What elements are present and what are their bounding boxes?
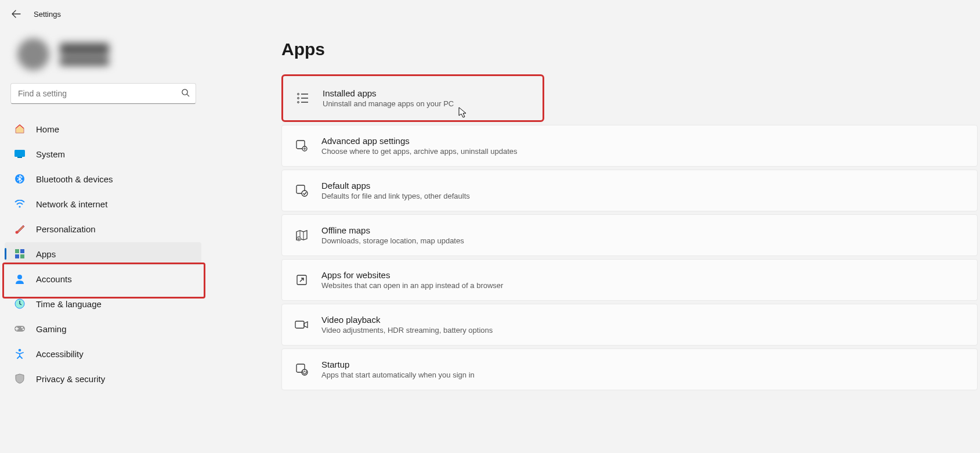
- page-title: Apps: [281, 39, 980, 59]
- arrow-left-icon: [12, 9, 21, 19]
- sidebar-item-privacy[interactable]: Privacy & security: [5, 367, 201, 390]
- card-default-apps[interactable]: Default apps Defaults for file and link …: [281, 170, 978, 211]
- sidebar: xxxxx xxxxxx Home System Bluetooth & dev…: [0, 28, 206, 453]
- card-title: Advanced app settings: [321, 136, 518, 146]
- clock-globe-icon: [14, 298, 26, 310]
- card-title: Installed apps: [323, 88, 454, 98]
- svg-point-4: [19, 206, 20, 207]
- sidebar-item-label: Network & internet: [36, 199, 107, 209]
- wifi-icon: [14, 198, 26, 210]
- svg-point-18: [298, 102, 299, 103]
- nav-list: Home System Bluetooth & devices Network …: [0, 117, 206, 390]
- svg-point-16: [298, 94, 299, 95]
- startup-icon: [295, 362, 309, 376]
- sidebar-item-label: Bluetooth & devices: [36, 174, 113, 184]
- sidebar-item-gaming[interactable]: Gaming: [5, 317, 201, 340]
- settings-gear-icon: [295, 139, 309, 153]
- back-button[interactable]: [10, 8, 22, 20]
- sidebar-item-accounts[interactable]: Accounts: [5, 267, 201, 290]
- card-video-playback[interactable]: Video playback Video adjustments, HDR st…: [281, 304, 978, 346]
- card-offline-maps[interactable]: Offline maps Downloads, storage location…: [281, 214, 978, 256]
- profile-name: xxxxx: [60, 43, 109, 55]
- accessibility-icon: [14, 348, 26, 359]
- card-title: Apps for websites: [321, 270, 503, 280]
- map-icon: [295, 228, 309, 242]
- content-area: Apps Installed apps Uninstall and manage…: [206, 28, 980, 453]
- default-apps-icon: [295, 184, 309, 197]
- open-external-icon: [295, 273, 309, 287]
- card-subtitle: Uninstall and manage apps on your PC: [323, 99, 454, 108]
- card-title: Video playback: [321, 315, 493, 325]
- svg-rect-8: [15, 254, 19, 258]
- search-input[interactable]: [10, 83, 196, 104]
- card-subtitle: Defaults for file and link types, other …: [321, 192, 470, 200]
- sidebar-item-label: Time & language: [36, 299, 102, 309]
- sidebar-item-home[interactable]: Home: [5, 117, 201, 141]
- avatar: [17, 38, 49, 70]
- card-advanced-app-settings[interactable]: Advanced app settings Choose where to ge…: [281, 125, 978, 167]
- list-icon: [296, 91, 310, 105]
- card-subtitle: Websites that can open in an app instead…: [321, 281, 503, 290]
- sidebar-item-label: Gaming: [36, 324, 67, 334]
- card-subtitle: Video adjustments, HDR streaming, batter…: [321, 326, 493, 335]
- svg-rect-6: [15, 249, 19, 253]
- sidebar-item-label: Accessibility: [36, 349, 84, 359]
- video-icon: [295, 318, 309, 332]
- svg-rect-2: [17, 157, 22, 158]
- card-subtitle: Apps that start automatically when you s…: [321, 371, 475, 379]
- sidebar-item-network[interactable]: Network & internet: [5, 192, 201, 215]
- sidebar-item-label: Privacy & security: [36, 374, 105, 384]
- sidebar-item-apps[interactable]: Apps: [5, 242, 201, 265]
- sidebar-item-label: System: [36, 149, 65, 159]
- paintbrush-icon: [14, 223, 26, 235]
- app-title: Settings: [34, 10, 61, 19]
- user-profile[interactable]: xxxxx xxxxxx: [0, 38, 206, 83]
- svg-rect-9: [20, 254, 24, 258]
- svg-rect-7: [20, 249, 24, 253]
- card-title: Offline maps: [321, 225, 464, 235]
- card-installed-apps[interactable]: Installed apps Uninstall and manage apps…: [281, 74, 544, 122]
- svg-point-17: [298, 98, 299, 99]
- sidebar-item-time[interactable]: Time & language: [5, 292, 201, 315]
- sidebar-item-label: Accounts: [36, 274, 72, 284]
- gamepad-icon: [14, 323, 26, 335]
- shield-icon: [14, 373, 26, 384]
- sidebar-item-system[interactable]: System: [5, 142, 201, 166]
- svg-rect-1: [15, 150, 25, 157]
- card-subtitle: Downloads, storage location, map updates: [321, 236, 464, 245]
- titlebar: Settings: [0, 0, 980, 28]
- card-apps-for-websites[interactable]: Apps for websites Websites that can open…: [281, 259, 978, 301]
- svg-point-10: [17, 275, 22, 279]
- sidebar-item-personalization[interactable]: Personalization: [5, 217, 201, 240]
- bluetooth-icon: [14, 173, 26, 185]
- svg-rect-26: [295, 321, 304, 328]
- card-title: Default apps: [321, 181, 470, 190]
- svg-point-20: [302, 146, 307, 151]
- system-icon: [14, 148, 26, 160]
- sidebar-item-label: Personalization: [36, 224, 96, 234]
- svg-point-13: [21, 327, 23, 329]
- svg-point-23: [302, 190, 308, 196]
- card-title: Startup: [321, 359, 475, 369]
- sidebar-item-accessibility[interactable]: Accessibility: [5, 342, 201, 365]
- card-subtitle: Choose where to get apps, archive apps, …: [321, 147, 518, 156]
- card-startup[interactable]: Startup Apps that start automatically wh…: [281, 348, 978, 390]
- profile-sub: xxxxxx: [60, 57, 109, 66]
- person-icon: [14, 273, 26, 285]
- sidebar-item-label: Apps: [36, 249, 56, 259]
- sidebar-item-label: Home: [36, 124, 59, 134]
- svg-point-14: [23, 329, 24, 330]
- sidebar-item-bluetooth[interactable]: Bluetooth & devices: [5, 167, 201, 190]
- home-icon: [14, 123, 26, 135]
- apps-icon: [14, 248, 26, 260]
- svg-point-5: [16, 231, 19, 234]
- svg-point-15: [19, 349, 21, 352]
